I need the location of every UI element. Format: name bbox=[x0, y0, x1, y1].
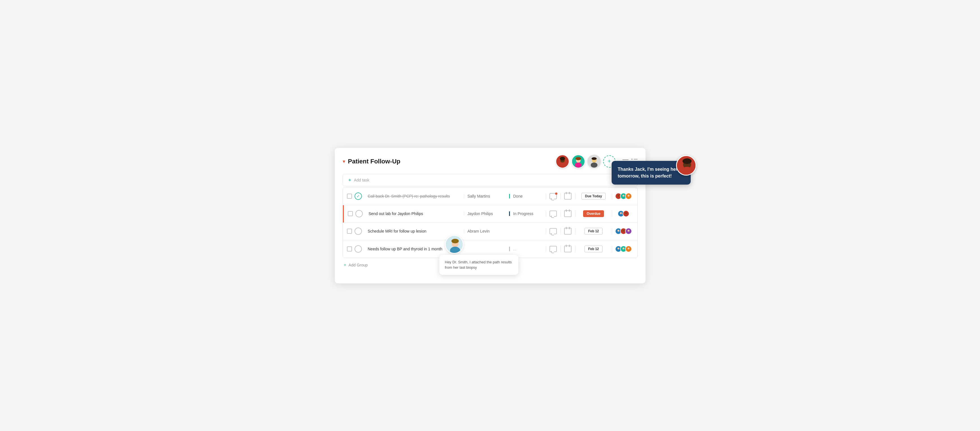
lower-bubble-text: Hey Dr. Smith, I attached the path resul… bbox=[445, 260, 512, 270]
row-3-circle bbox=[353, 228, 363, 235]
row-1-circle: ✓ bbox=[353, 192, 363, 200]
mini-avatar bbox=[625, 228, 632, 235]
due-badge[interactable]: Feb 12 bbox=[584, 228, 603, 235]
overdue-badge[interactable]: Overdue bbox=[583, 210, 604, 217]
row-4-calendar[interactable] bbox=[560, 246, 575, 252]
upper-bubble-text: Thanks Jack, I'm seeing her tomorrow, th… bbox=[618, 167, 678, 178]
header: ▾ Patient Follow-Up bbox=[343, 155, 638, 168]
row-3-avatar-group bbox=[615, 228, 632, 235]
avatar-2[interactable] bbox=[571, 155, 585, 168]
table-row: Schedule MRI for follow up lesion Abram … bbox=[343, 223, 637, 240]
svg-point-2 bbox=[559, 162, 566, 167]
row-1-status[interactable]: Done bbox=[509, 194, 546, 198]
row-2-circle bbox=[354, 210, 364, 217]
upper-speech-bubble: Thanks Jack, I'm seeing her tomorrow, th… bbox=[612, 161, 691, 185]
svg-point-11 bbox=[591, 162, 598, 167]
mini-avatar bbox=[625, 246, 632, 252]
row-4-checkbox-col bbox=[343, 246, 353, 252]
row-1-checkbox-col bbox=[343, 193, 353, 199]
row-3-checkbox-col bbox=[343, 229, 353, 234]
row-1-calendar[interactable] bbox=[560, 193, 575, 200]
row-3-task[interactable]: Schedule MRI for follow up lesion bbox=[363, 229, 464, 233]
due-badge[interactable]: Feb 12 bbox=[584, 246, 603, 252]
avatar-3[interactable] bbox=[587, 155, 601, 168]
row-2-checkbox[interactable] bbox=[348, 211, 353, 216]
jack-avatar bbox=[445, 235, 464, 254]
row-2-avatar-group bbox=[617, 210, 629, 217]
add-group-plus-icon: + bbox=[344, 263, 346, 268]
row-4-avatar-group bbox=[615, 246, 632, 252]
svg-point-4 bbox=[560, 157, 565, 160]
row-2-task[interactable]: Send out lab for Jaydon Philips bbox=[364, 211, 464, 216]
row-4-chat[interactable] bbox=[546, 246, 560, 252]
upper-bubble-container: Thanks Jack, I'm seeing her tomorrow, th… bbox=[504, 212, 583, 235]
row-1-complete-btn[interactable]: ✓ bbox=[355, 192, 362, 200]
add-task-label: Add task bbox=[354, 178, 369, 182]
row-1-checkbox[interactable] bbox=[347, 193, 352, 199]
calendar-icon[interactable] bbox=[564, 246, 571, 252]
row-4-due[interactable]: Feb 12 bbox=[575, 246, 612, 252]
page-title: Patient Follow-Up bbox=[348, 158, 401, 165]
add-task-plus-icon: + bbox=[348, 177, 351, 182]
row-3-complete-btn[interactable] bbox=[355, 228, 362, 235]
svg-point-26 bbox=[623, 230, 625, 232]
row-4-checkbox[interactable] bbox=[347, 246, 352, 252]
svg-point-14 bbox=[617, 195, 619, 197]
avatar-1[interactable] bbox=[556, 155, 569, 168]
avatar-1-img bbox=[556, 155, 569, 168]
svg-point-8 bbox=[575, 157, 581, 160]
svg-point-24 bbox=[617, 230, 619, 232]
add-group-label: Add Group bbox=[348, 263, 368, 267]
row-1-task[interactable]: Call back Dr. Smith (PCP) re: pathology … bbox=[363, 194, 464, 198]
due-badge[interactable]: Due Today bbox=[581, 193, 606, 200]
row-1-avatars bbox=[612, 193, 637, 200]
svg-point-38 bbox=[452, 239, 459, 243]
add-task-row[interactable]: + Add task bbox=[343, 174, 638, 186]
table-row: ✓ Call back Dr. Smith (PCP) re: patholog… bbox=[343, 188, 637, 205]
table-row: Send out lab for Jaydon Philips Jaydon P… bbox=[343, 205, 637, 223]
chat-icon[interactable] bbox=[549, 193, 557, 199]
mini-avatar bbox=[625, 193, 632, 200]
svg-point-22 bbox=[625, 212, 627, 214]
svg-point-18 bbox=[628, 195, 630, 197]
sally-avatar-bubble bbox=[676, 155, 696, 176]
row-1-due[interactable]: Due Today bbox=[575, 193, 612, 200]
row-2-complete-btn[interactable] bbox=[355, 210, 363, 217]
svg-point-12 bbox=[591, 157, 597, 160]
chat-notification-dot bbox=[555, 192, 557, 195]
row-1-avatar-group bbox=[615, 193, 632, 200]
lower-speech-bubble: Hey Dr. Smith, I attached the path resul… bbox=[439, 255, 519, 275]
avatar-2-img bbox=[572, 155, 584, 168]
row-4-avatars bbox=[612, 246, 637, 252]
row-3-avatars bbox=[612, 228, 637, 235]
collapse-chevron[interactable]: ▾ bbox=[343, 158, 345, 165]
svg-point-20 bbox=[620, 212, 622, 214]
svg-point-34 bbox=[628, 247, 630, 249]
header-left: ▾ Patient Follow-Up bbox=[343, 158, 401, 165]
mini-avatar bbox=[623, 210, 629, 217]
calendar-icon[interactable] bbox=[564, 193, 571, 200]
svg-point-30 bbox=[617, 247, 619, 249]
row-2-assignee[interactable]: Jaydon Philips bbox=[464, 211, 509, 216]
row-3-checkbox[interactable] bbox=[347, 229, 352, 234]
row-2-checkbox-col bbox=[344, 211, 354, 216]
svg-point-42 bbox=[682, 158, 692, 164]
svg-point-41 bbox=[681, 167, 693, 176]
row-1-chat[interactable] bbox=[546, 193, 560, 199]
row-2-avatars bbox=[612, 210, 637, 217]
svg-point-28 bbox=[628, 230, 630, 232]
svg-point-7 bbox=[575, 162, 582, 167]
row-4-complete-btn[interactable] bbox=[355, 245, 362, 253]
row-4-circle bbox=[353, 245, 363, 253]
avatar-3-img bbox=[588, 155, 600, 168]
lower-bubble-container: Hey Dr. Smith, I attached the path resul… bbox=[439, 244, 519, 275]
app-container: ▾ Patient Follow-Up bbox=[335, 148, 646, 284]
chat-icon[interactable] bbox=[549, 246, 557, 252]
row-3-assignee[interactable]: Abram Levin bbox=[464, 229, 509, 233]
svg-point-32 bbox=[623, 247, 625, 249]
row-1-assignee[interactable]: Sally Martins bbox=[464, 194, 509, 198]
svg-point-16 bbox=[623, 195, 625, 197]
